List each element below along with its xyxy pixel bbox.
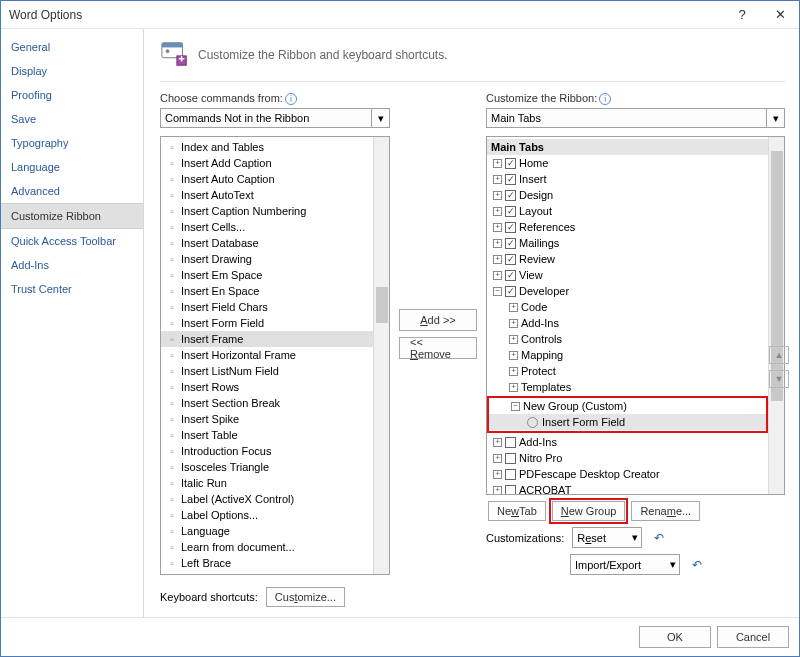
tree-tab[interactable]: +✓Review: [487, 251, 768, 267]
help-button[interactable]: ?: [723, 1, 761, 29]
command-item[interactable]: ▫Insert Em Space: [161, 267, 373, 283]
info-icon[interactable]: i: [285, 93, 297, 105]
command-label: Insert Table: [181, 429, 238, 441]
tree-group[interactable]: +Code: [487, 299, 768, 315]
command-item[interactable]: ▫Insert Drawing: [161, 251, 373, 267]
tree-tab[interactable]: +ACROBAT: [487, 482, 768, 494]
tree-header[interactable]: Main Tabs: [487, 139, 768, 155]
command-item[interactable]: ▫Insert Table: [161, 427, 373, 443]
command-item[interactable]: ▫Left Brace: [161, 555, 373, 571]
command-item[interactable]: ▫Label Options...: [161, 507, 373, 523]
sidebar-item-customize-ribbon[interactable]: Customize Ribbon: [1, 203, 143, 229]
command-item[interactable]: ▫Insert Horizontal Frame: [161, 347, 373, 363]
tree-tab[interactable]: +✓Insert: [487, 171, 768, 187]
command-label: Italic Run: [181, 477, 227, 489]
commands-listbox[interactable]: ▫Index and Tables▫Insert Add Caption▫Ins…: [160, 136, 390, 575]
command-icon: ▫: [163, 430, 181, 441]
command-item[interactable]: ▫Insert ListNum Field: [161, 363, 373, 379]
tree-tab[interactable]: +✓Home: [487, 155, 768, 171]
reset-combo[interactable]: Reset▾: [572, 527, 642, 548]
tree-tab[interactable]: +✓References: [487, 219, 768, 235]
customize-shortcuts-button[interactable]: Customize...: [266, 587, 345, 607]
tree-group[interactable]: +Mapping: [487, 347, 768, 363]
command-item[interactable]: ▫Insert Spike: [161, 411, 373, 427]
sidebar-item-add-ins[interactable]: Add-Ins: [1, 253, 143, 277]
sidebar-item-general[interactable]: General: [1, 35, 143, 59]
customize-ribbon-combo[interactable]: Main Tabs ▾: [486, 108, 785, 128]
command-icon: ▫: [163, 558, 181, 569]
new-tab-button[interactable]: New Tab: [488, 501, 546, 521]
choose-commands-combo[interactable]: Commands Not in the Ribbon ▾: [160, 108, 390, 128]
sidebar-item-save[interactable]: Save: [1, 107, 143, 131]
remove-button[interactable]: << Remove: [399, 337, 477, 359]
command-item[interactable]: ▫Insert Field Chars: [161, 299, 373, 315]
sidebar-item-language[interactable]: Language: [1, 155, 143, 179]
command-item[interactable]: ▫Isosceles Triangle: [161, 459, 373, 475]
sidebar-item-proofing[interactable]: Proofing: [1, 83, 143, 107]
tree-group[interactable]: +Controls: [487, 331, 768, 347]
sidebar-item-trust-center[interactable]: Trust Center: [1, 277, 143, 301]
command-item[interactable]: ▫Insert Cells...: [161, 219, 373, 235]
tree-tab[interactable]: +Add-Ins: [487, 434, 768, 450]
command-item[interactable]: ▫Label (ActiveX Control): [161, 491, 373, 507]
tree-tab[interactable]: +Nitro Pro: [487, 450, 768, 466]
scrollbar[interactable]: [373, 137, 389, 574]
tree-group[interactable]: +Add-Ins: [487, 315, 768, 331]
command-label: Insert Caption Numbering: [181, 205, 306, 217]
command-item[interactable]: ▫Insert Section Break: [161, 395, 373, 411]
cancel-button[interactable]: Cancel: [717, 626, 789, 648]
tree-tab[interactable]: +✓View: [487, 267, 768, 283]
sidebar-item-quick-access-toolbar[interactable]: Quick Access Toolbar: [1, 229, 143, 253]
tree-tab-developer[interactable]: −✓Developer: [487, 283, 768, 299]
undo-icon[interactable]: ↶: [654, 531, 664, 545]
command-item[interactable]: ▫Insert Caption Numbering: [161, 203, 373, 219]
dialog-footer: OK Cancel: [1, 617, 799, 656]
customize-ribbon-value: Main Tabs: [491, 112, 541, 124]
customize-ribbon-label: Customize the Ribbon:i: [486, 92, 785, 105]
command-item[interactable]: ▫Insert AutoText: [161, 187, 373, 203]
tree-group[interactable]: +Protect: [487, 363, 768, 379]
undo-icon[interactable]: ↶: [692, 558, 702, 572]
command-label: Index and Tables: [181, 141, 264, 153]
word-options-dialog: Word Options ? ✕ GeneralDisplayProofingS…: [0, 0, 800, 657]
command-item[interactable]: ▫Insert Database: [161, 235, 373, 251]
sidebar-item-display[interactable]: Display: [1, 59, 143, 83]
tree-custom-group[interactable]: −New Group (Custom): [489, 398, 766, 414]
close-button[interactable]: ✕: [761, 1, 799, 29]
command-item[interactable]: ▫Insert Auto Caption: [161, 171, 373, 187]
command-icon: ▫: [163, 286, 181, 297]
move-up-button[interactable]: ▲: [769, 346, 789, 364]
tree-group[interactable]: +Templates: [487, 379, 768, 395]
tree-tab[interactable]: +✓Layout: [487, 203, 768, 219]
new-group-button[interactable]: New Group: [552, 501, 626, 521]
command-item[interactable]: ▫Italic Run: [161, 475, 373, 491]
tree-custom-item[interactable]: Insert Form Field: [489, 414, 766, 430]
move-down-button[interactable]: ▼: [769, 370, 789, 388]
chevron-down-icon: ▾: [371, 109, 389, 127]
scrollbar[interactable]: [768, 137, 784, 494]
command-item[interactable]: ▫Insert Form Field: [161, 315, 373, 331]
sidebar-item-typography[interactable]: Typography: [1, 131, 143, 155]
tree-tab[interactable]: +✓Mailings: [487, 235, 768, 251]
ok-button[interactable]: OK: [639, 626, 711, 648]
import-export-combo[interactable]: Import/Export▾: [570, 554, 680, 575]
command-icon: ▫: [163, 222, 181, 233]
main-panel: Customize the Ribbon and keyboard shortc…: [144, 29, 799, 617]
command-item[interactable]: ▫Language: [161, 523, 373, 539]
command-label: Insert AutoText: [181, 189, 254, 201]
tree-tab[interactable]: +PDFescape Desktop Creator: [487, 466, 768, 482]
command-item[interactable]: ▫Insert Frame: [161, 331, 373, 347]
rename-button[interactable]: Rename...: [631, 501, 700, 521]
command-icon: ▫: [163, 494, 181, 505]
command-item[interactable]: ▫Insert Add Caption: [161, 155, 373, 171]
sidebar-item-advanced[interactable]: Advanced: [1, 179, 143, 203]
add-button[interactable]: Add >>: [399, 309, 477, 331]
command-item[interactable]: ▫Insert Rows: [161, 379, 373, 395]
command-item[interactable]: ▫Introduction Focus: [161, 443, 373, 459]
command-item[interactable]: ▫Learn from document...: [161, 539, 373, 555]
command-item[interactable]: ▫Index and Tables: [161, 139, 373, 155]
tree-tab[interactable]: +✓Design: [487, 187, 768, 203]
ribbon-tree[interactable]: Main Tabs+✓Home+✓Insert+✓Design+✓Layout+…: [486, 136, 785, 495]
command-item[interactable]: ▫Insert En Space: [161, 283, 373, 299]
info-icon[interactable]: i: [599, 93, 611, 105]
